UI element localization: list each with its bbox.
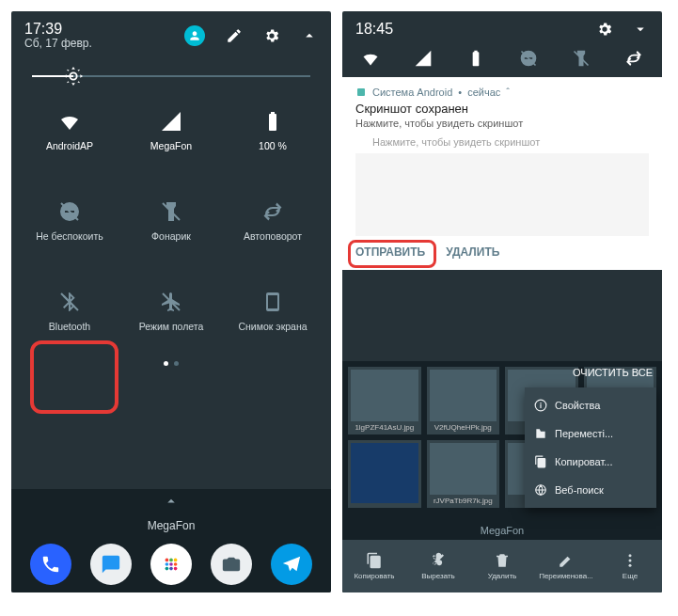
- svg-point-1: [169, 559, 173, 562]
- messages-icon: [101, 554, 121, 575]
- tile-screenshot[interactable]: Снимок экрана: [222, 273, 323, 350]
- screenshot-preview[interactable]: [355, 153, 649, 236]
- flashlight-icon: [160, 200, 182, 223]
- context-menu: Свойства Переместі... Копироват... Веб-п…: [525, 387, 656, 508]
- screenshot-icon: [261, 291, 284, 313]
- file-item[interactable]: 1lgPZF41AsU.jpg: [348, 367, 421, 434]
- cut-icon: [430, 552, 447, 569]
- tile-dnd[interactable]: Не беспокоить: [19, 182, 120, 260]
- dock-phone[interactable]: [30, 544, 71, 585]
- tile-label: Фонарик: [151, 230, 191, 242]
- bluetooth-off-icon: [58, 291, 81, 313]
- tile-label: 100 %: [259, 140, 287, 151]
- notification-hint: Нажмите, чтобы увидеть скриншот: [355, 136, 649, 148]
- dock-messages[interactable]: [90, 544, 132, 585]
- tile-label: Bluetooth: [49, 321, 90, 332]
- tile-bluetooth[interactable]: Bluetooth: [19, 273, 120, 350]
- svg-point-2: [174, 559, 178, 562]
- dnd-icon[interactable]: [513, 49, 544, 68]
- pencil-icon[interactable]: [226, 27, 243, 44]
- tile-cellular[interactable]: MegaFon: [120, 92, 222, 169]
- svg-point-13: [629, 560, 632, 562]
- user-avatar[interactable]: [184, 25, 205, 46]
- file-item[interactable]: V2fUQheHPk.jpg: [427, 367, 500, 434]
- right-phone-notification: 18:45 Система Android • сейчас ˆ Скриншо…: [342, 11, 662, 592]
- carrier-label: MegaFon: [342, 525, 662, 536]
- tb-rename[interactable]: Переименова...: [534, 540, 598, 592]
- svg-point-6: [166, 567, 169, 571]
- rename-icon: [558, 552, 575, 569]
- dock-camera[interactable]: [211, 544, 252, 585]
- autorotate-icon[interactable]: [619, 49, 649, 68]
- notification-app-row: Система Android • сейчас ˆ: [355, 87, 649, 98]
- notification-card[interactable]: Система Android • сейчас ˆ Скриншот сохр…: [342, 77, 662, 270]
- clear-all-button[interactable]: ОЧИСТИТЬ ВСЕ: [573, 367, 653, 378]
- send-button[interactable]: ОТПРАВИТЬ: [355, 245, 425, 259]
- tile-label: Снимок экрана: [238, 321, 307, 332]
- chevron-up-icon[interactable]: [301, 27, 318, 44]
- ctx-properties[interactable]: Свойства: [525, 391, 656, 419]
- tile-autorotate[interactable]: Автоповорот: [222, 182, 323, 260]
- clock-date: Сб, 17 февр.: [24, 38, 184, 51]
- tb-more[interactable]: Еще: [598, 540, 662, 592]
- svg-point-7: [169, 567, 173, 571]
- dock-telegram[interactable]: [271, 544, 312, 585]
- svg-point-0: [166, 559, 169, 562]
- svg-point-5: [174, 562, 178, 566]
- expand-handle[interactable]: [11, 489, 331, 510]
- tile-label: Не беспокоить: [36, 230, 103, 242]
- tile-label: Режим полета: [139, 321, 204, 332]
- trash-icon: [494, 552, 511, 569]
- carrier-label: MegaFon: [11, 519, 331, 532]
- battery-icon[interactable]: [461, 49, 491, 68]
- qs-footer: MegaFon: [11, 489, 331, 592]
- notification-subtitle: Нажмите, чтобы увидеть скриншот: [355, 118, 649, 129]
- ctx-move[interactable]: Переместі...: [525, 419, 656, 448]
- tb-copy[interactable]: Копировать: [342, 540, 406, 592]
- notification-app-name: Система Android: [372, 87, 452, 98]
- user-icon: [188, 29, 201, 42]
- clock-time: 17:39: [24, 21, 184, 38]
- brightness-slider[interactable]: [11, 55, 331, 85]
- tile-label: AndroidAP: [46, 140, 93, 151]
- tile-airplane[interactable]: Режим полета: [120, 273, 222, 350]
- chevron-down-icon[interactable]: [632, 21, 649, 38]
- qs-mini-row: [342, 41, 662, 77]
- ctx-websearch[interactable]: Веб-поиск: [525, 476, 656, 504]
- dock-apps[interactable]: [150, 544, 192, 585]
- selection-toolbar: Копировать Вырезать Удалить Переименова.…: [342, 540, 662, 592]
- delete-button[interactable]: УДАЛИТЬ: [446, 245, 499, 259]
- clock-block: 17:39 Сб, 17 февр.: [24, 21, 184, 51]
- qs-tiles: AndroidAP MegaFon 100 % Не беспокоить Фо…: [11, 85, 331, 350]
- page-indicator: [11, 350, 331, 371]
- copy-icon: [534, 455, 547, 468]
- tile-flashlight[interactable]: Фонарик: [120, 182, 222, 260]
- tb-delete[interactable]: Удалить: [470, 540, 534, 592]
- globe-icon: [534, 483, 547, 497]
- wifi-icon[interactable]: [355, 49, 386, 68]
- more-icon: [622, 552, 639, 569]
- telegram-icon: [281, 554, 302, 575]
- chevron-up-icon: [163, 493, 180, 510]
- ctx-copy[interactable]: Копироват...: [525, 448, 656, 476]
- signal-icon[interactable]: [408, 49, 438, 68]
- info-icon: [534, 399, 547, 412]
- tile-wifi[interactable]: AndroidAP: [19, 92, 120, 169]
- airplane-off-icon: [160, 291, 182, 313]
- notification-title: Скриншот сохранен: [355, 102, 649, 116]
- tile-label: Автоповорот: [244, 230, 302, 242]
- tb-cut[interactable]: Вырезать: [406, 540, 470, 592]
- signal-icon: [160, 110, 182, 133]
- file-item[interactable]: rJVPaTb9R7k.jpg: [427, 440, 500, 508]
- chevron-up-icon[interactable]: ˆ: [506, 87, 510, 98]
- autorotate-icon: [261, 200, 284, 223]
- gear-icon[interactable]: [596, 21, 613, 38]
- flashlight-icon[interactable]: [566, 49, 596, 68]
- tile-battery[interactable]: 100 %: [222, 92, 323, 169]
- file-item[interactable]: [348, 440, 421, 508]
- wifi-icon: [58, 110, 81, 133]
- status-bar: 18:45: [342, 11, 662, 41]
- dnd-icon: [58, 200, 81, 223]
- brightness-thumb[interactable]: [63, 66, 84, 87]
- gear-icon[interactable]: [263, 27, 280, 44]
